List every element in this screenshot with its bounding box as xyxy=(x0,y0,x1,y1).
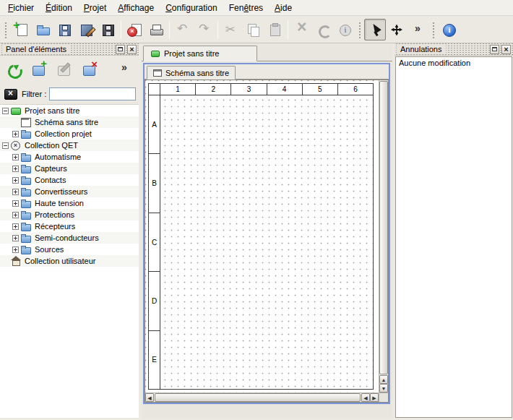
menu-item-fichier[interactable]: Fichier xyxy=(2,1,40,15)
new-element-button[interactable] xyxy=(30,59,48,78)
toolbar-grip[interactable] xyxy=(431,21,436,38)
mdi-workspace: Schéma sans titre 123456 ABCDE xyxy=(142,61,392,418)
scroll-down-button[interactable] xyxy=(379,384,388,393)
open-document-button[interactable] xyxy=(32,19,53,40)
tree-item-capteurs[interactable]: Capteurs xyxy=(0,163,139,174)
grid-row-header: E xyxy=(149,331,160,389)
main-toolbar xyxy=(0,16,513,43)
undo-list[interactable]: Aucune modification xyxy=(395,56,512,418)
tree-item-recepteurs[interactable]: Récepteurs xyxy=(0,220,139,232)
filter-input[interactable] xyxy=(49,87,136,100)
vertical-scrollbar[interactable] xyxy=(379,80,388,393)
horizontal-scroll-thumb[interactable] xyxy=(155,393,361,402)
clear-filter-icon xyxy=(4,87,18,101)
schema-tab[interactable]: Schéma sans titre xyxy=(147,66,236,80)
tree-item-collection-utilisateur[interactable]: Collection utilisateur xyxy=(0,255,139,267)
tree-item-label: Convertisseurs xyxy=(35,187,90,196)
tree-expander[interactable] xyxy=(12,212,19,218)
save-button[interactable] xyxy=(53,19,75,40)
project-tab[interactable]: Projet sans titre xyxy=(143,46,257,61)
tree-item-schema-sans-titre[interactable]: Schéma sans titre xyxy=(0,116,139,128)
undo-panel-header[interactable]: Annulations xyxy=(395,43,513,56)
menu-item-edition[interactable]: Édition xyxy=(40,1,78,15)
move-tool-button[interactable] xyxy=(386,19,408,40)
elements-panel: Panel d'éléments Filtrer : Projet sans t… xyxy=(0,43,139,418)
tree-item-projet-sans-titre[interactable]: Projet sans titre xyxy=(0,105,139,116)
tree-expander[interactable] xyxy=(12,235,19,241)
tree-expander[interactable] xyxy=(12,247,19,253)
tree-expander[interactable] xyxy=(12,223,19,230)
undo-panel-float-button[interactable] xyxy=(490,45,499,54)
toolbar-grip[interactable] xyxy=(4,21,8,38)
menu-item-projet[interactable]: Projet xyxy=(78,1,112,15)
toolbar-overflow-button[interactable] xyxy=(408,19,429,40)
close-document-button[interactable] xyxy=(124,19,145,40)
save-all-button[interactable] xyxy=(97,19,118,40)
folder-icon xyxy=(21,129,32,138)
clear-filter-button[interactable] xyxy=(3,87,19,101)
tree-item-automatisme[interactable]: Automatisme xyxy=(0,151,139,163)
close-icon xyxy=(129,44,134,54)
tree-expander[interactable] xyxy=(12,189,19,195)
folder-icon xyxy=(21,187,32,196)
tree-item-protections[interactable]: Protections xyxy=(0,209,139,220)
print-button[interactable] xyxy=(145,19,167,40)
grid-column-header: 4 xyxy=(267,84,303,95)
delete-element-button[interactable] xyxy=(80,59,99,78)
horizontal-scrollbar[interactable] xyxy=(145,393,379,402)
elements-panel-close-button[interactable] xyxy=(127,45,137,54)
tree-item-semi-conducteurs[interactable]: Semi-conducteurs xyxy=(0,232,139,244)
grid-columns: 123456 xyxy=(160,84,373,95)
rotate-icon xyxy=(316,22,330,37)
tree-item-collection-projet[interactable]: Collection projet xyxy=(0,128,139,140)
save-as-icon xyxy=(79,22,93,37)
tree-item-label: Récepteurs xyxy=(35,222,78,231)
select-tool-button[interactable] xyxy=(364,19,386,40)
scroll-left-button[interactable] xyxy=(145,393,154,402)
new-element-icon xyxy=(32,61,46,76)
menu-item-configuration[interactable]: Configuration xyxy=(160,1,223,15)
undo-panel-title: Annulations xyxy=(397,45,446,53)
folder-icon xyxy=(21,233,32,242)
tree-item-haute-tension[interactable]: Haute tension xyxy=(0,197,139,209)
mdi-area: Projet sans titre Schéma sans titre xyxy=(142,43,392,418)
panel-overflow-button[interactable] xyxy=(116,59,134,78)
vertical-scroll-thumb[interactable] xyxy=(379,81,388,374)
project-icon xyxy=(11,106,22,115)
tree-expander[interactable] xyxy=(12,200,19,207)
main-area: Panel d'éléments Filtrer : Projet sans t… xyxy=(0,43,513,420)
menu-item-fenetres[interactable]: Fenêtres xyxy=(223,1,269,15)
tree-item-contacts[interactable]: Contacts xyxy=(0,174,139,186)
scroll-right-button[interactable] xyxy=(370,393,379,402)
grid-column-header: 5 xyxy=(303,84,338,95)
tree-item-convertisseurs[interactable]: Convertisseurs xyxy=(0,186,139,197)
menu-item-affichage[interactable]: Affichage xyxy=(112,1,160,15)
tree-expander[interactable] xyxy=(12,166,19,172)
undo-panel-close-button[interactable] xyxy=(501,45,511,54)
reload-collections-button[interactable] xyxy=(4,59,23,78)
grid-row-header: C xyxy=(149,213,160,272)
about-button[interactable] xyxy=(438,19,460,40)
tree-item-collection-qet[interactable]: Collection QET xyxy=(0,140,139,151)
tree-expander[interactable] xyxy=(2,108,9,114)
float-icon xyxy=(492,47,497,51)
qelectrotech-window: FichierÉditionProjetAffichageConfigurati… xyxy=(0,0,513,420)
tree-expander[interactable] xyxy=(12,177,19,184)
tree-expander[interactable] xyxy=(2,142,9,149)
menu-item-aide[interactable]: Aide xyxy=(269,1,298,15)
tree-item-sources[interactable]: Sources xyxy=(0,244,139,255)
scroll-up-button[interactable] xyxy=(379,375,388,384)
elements-panel-float-button[interactable] xyxy=(116,45,125,54)
toolbar-grip[interactable] xyxy=(358,21,362,38)
folder-icon xyxy=(21,176,32,184)
tree-expander[interactable] xyxy=(12,131,19,137)
print-icon xyxy=(149,22,163,37)
scroll-left-button-2[interactable] xyxy=(361,393,370,402)
new-document-button[interactable] xyxy=(10,19,32,40)
elements-panel-header[interactable]: Panel d'éléments xyxy=(0,43,139,56)
save-as-button[interactable] xyxy=(75,19,97,40)
tree-expander[interactable] xyxy=(12,154,19,160)
tree-item-label: Semi-conducteurs xyxy=(35,233,102,242)
diagram-canvas[interactable]: 123456 ABCDE xyxy=(145,80,379,393)
filter-label: Filtrer : xyxy=(22,90,46,98)
